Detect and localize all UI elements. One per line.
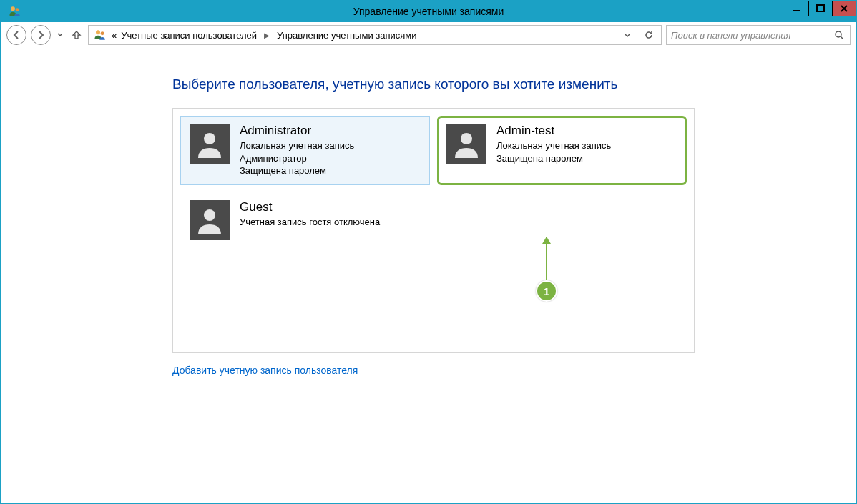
- user-card-administrator[interactable]: Administrator Локальная учетная запись А…: [180, 116, 430, 185]
- user-info: Administrator Локальная учетная запись А…: [240, 124, 354, 177]
- user-name: Administrator: [240, 124, 354, 138]
- maximize-button[interactable]: [808, 1, 833, 16]
- callout-annotation: 1: [536, 237, 557, 302]
- search-box[interactable]: Поиск в панели управления: [666, 25, 851, 45]
- users-list-box: Administrator Локальная учетная запись А…: [172, 108, 695, 353]
- page-heading: Выберите пользователя, учетную запись ко…: [172, 76, 695, 92]
- window-title: Управление учетными записями: [1, 6, 856, 17]
- search-placeholder: Поиск в панели управления: [671, 30, 833, 41]
- user-line: Администратор: [240, 152, 354, 165]
- user-name: Guest: [240, 200, 380, 214]
- refresh-button[interactable]: [640, 26, 657, 44]
- navigation-bar: « Учетные записи пользователей ▶ Управле…: [1, 22, 856, 48]
- user-card-guest[interactable]: Guest Учетная запись гостя отключена: [180, 192, 430, 248]
- user-info: Admin-test Локальная учетная запись Защи…: [496, 124, 611, 164]
- add-user-link[interactable]: Добавить учетную запись пользователя: [172, 365, 358, 376]
- users-grid: Administrator Локальная учетная запись А…: [180, 116, 687, 248]
- avatar: [190, 124, 230, 164]
- breadcrumb-separator-icon: ▶: [261, 31, 273, 39]
- breadcrumb-prefix: «: [112, 30, 117, 41]
- close-button[interactable]: [832, 1, 856, 16]
- svg-point-6: [836, 31, 841, 37]
- window: Управление учетными записями: [0, 0, 857, 504]
- breadcrumb-user-accounts[interactable]: Учетные записи пользователей: [121, 30, 257, 41]
- user-accounts-app-icon: [8, 4, 22, 19]
- callout-number-badge: 1: [536, 280, 557, 302]
- svg-point-8: [461, 133, 472, 144]
- svg-rect-2: [793, 10, 800, 11]
- user-card-admin-test[interactable]: Admin-test Локальная учетная запись Защи…: [437, 116, 687, 185]
- svg-point-0: [11, 6, 15, 11]
- user-name: Admin-test: [496, 124, 611, 138]
- address-bar[interactable]: « Учетные записи пользователей ▶ Управле…: [88, 25, 662, 45]
- user-line: Локальная учетная запись: [496, 139, 611, 152]
- user-line: Локальная учетная запись: [240, 139, 354, 152]
- svg-point-4: [96, 30, 100, 34]
- breadcrumb-manage-accounts[interactable]: Управление учетными записями: [277, 30, 416, 41]
- user-accounts-icon: [93, 28, 107, 42]
- window-controls: [785, 1, 856, 22]
- nav-history-dropdown[interactable]: [55, 25, 65, 45]
- address-dropdown-icon[interactable]: [621, 31, 634, 39]
- search-icon[interactable]: [833, 30, 846, 40]
- callout-arrow-icon: [546, 237, 547, 280]
- svg-point-1: [16, 8, 19, 11]
- forward-button[interactable]: [31, 25, 51, 45]
- titlebar[interactable]: Управление учетными записями: [1, 1, 856, 22]
- content-area: Выберите пользователя, учетную запись ко…: [1, 48, 856, 503]
- user-info: Guest Учетная запись гостя отключена: [240, 200, 380, 229]
- back-button[interactable]: [6, 25, 26, 45]
- user-line: Учетная запись гостя отключена: [240, 216, 380, 229]
- avatar: [190, 200, 230, 240]
- user-line: Защищена паролем: [496, 152, 611, 165]
- minimize-button[interactable]: [785, 1, 809, 16]
- svg-point-9: [204, 209, 215, 221]
- avatar: [446, 124, 486, 164]
- svg-rect-3: [817, 5, 824, 11]
- svg-point-5: [101, 31, 104, 35]
- user-line: Защищена паролем: [240, 164, 354, 177]
- up-button[interactable]: [69, 26, 84, 44]
- svg-point-7: [204, 133, 215, 144]
- content-inner: Выберите пользователя, учетную запись ко…: [172, 76, 695, 377]
